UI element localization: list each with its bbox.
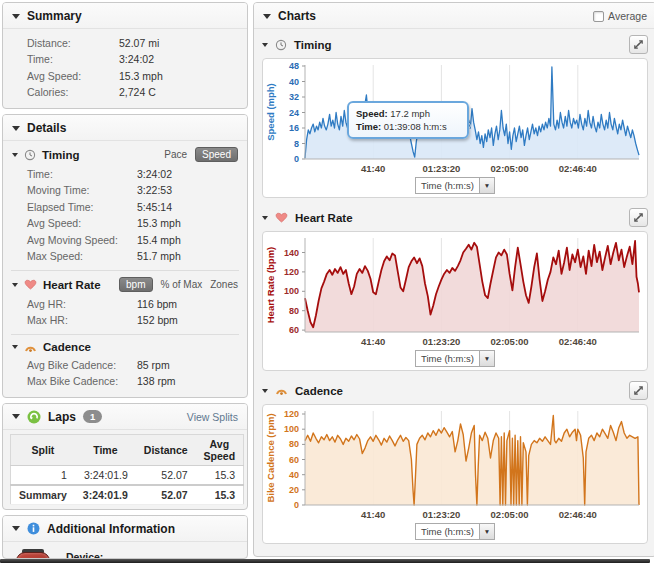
stat-row: Distance: 52.07 mi (3, 35, 247, 52)
view-splits-link[interactable]: View Splits (187, 411, 238, 423)
stat-row: Max Bike Cadence: 138 rpm (3, 374, 247, 397)
svg-text:100: 100 (284, 286, 299, 296)
stat-label: Distance: (27, 37, 119, 51)
left-column: Summary Distance: 52.07 mi Time: 3:24:02… (2, 2, 248, 559)
cell-distance: 52.07 (136, 485, 196, 505)
svg-text:80: 80 (289, 439, 299, 449)
tooltip-label: Time: (356, 121, 381, 132)
stat-value: 138 rpm (137, 375, 176, 389)
svg-text:120: 120 (284, 267, 299, 277)
collapse-triangle-icon[interactable] (12, 283, 18, 287)
stat-value: 3:22:53 (137, 184, 172, 198)
speed-toggle[interactable]: Speed (195, 147, 238, 162)
collapse-triangle-icon[interactable] (262, 216, 268, 220)
heart-icon (275, 212, 288, 223)
column-header[interactable]: Distance (136, 434, 196, 465)
svg-text:60: 60 (289, 455, 299, 465)
svg-text:01:23:20: 01:23:20 (422, 509, 460, 520)
cadence-chart-canvas[interactable]: 02040608010012041:4001:23:2002:05:0002:4… (263, 405, 647, 521)
heart-rate-chart-canvas[interactable]: 608010012014041:4001:23:2002:05:0002:46:… (263, 232, 647, 348)
column-header[interactable]: Avg Speed (196, 434, 244, 465)
svg-text:8: 8 (294, 139, 299, 149)
xaxis-unit-select[interactable]: Time (h:m:s) (415, 177, 480, 194)
laps-header[interactable]: Laps 1 View Splits (3, 404, 247, 430)
timing-chart-header: Timing (254, 29, 654, 58)
svg-text:40: 40 (289, 470, 299, 480)
collapse-triangle-icon[interactable] (262, 43, 268, 47)
column-header[interactable]: Time (75, 434, 136, 465)
average-checkbox[interactable] (593, 11, 604, 22)
xaxis-dropdown-button[interactable] (480, 350, 495, 367)
cell-split: Summary (11, 485, 75, 505)
svg-text:32: 32 (289, 92, 299, 102)
xaxis-dropdown-button[interactable] (480, 523, 495, 540)
pace-toggle[interactable]: Pace (164, 149, 187, 160)
percent-of-max-toggle[interactable]: % of Max (161, 279, 203, 290)
chart-tooltip: Speed: 17.2 mph Time: 01:39:08 h:m:s (347, 101, 469, 139)
charts-header[interactable]: Charts Average (254, 3, 654, 29)
laps-count-badge: 1 (83, 410, 102, 423)
svg-text:24: 24 (289, 108, 299, 118)
collapse-triangle-icon[interactable] (12, 14, 20, 19)
svg-text:20: 20 (289, 485, 299, 495)
xaxis-unit-select[interactable]: Time (h:m:s) (415, 523, 480, 540)
details-header[interactable]: Details (3, 115, 247, 141)
additional-info-header[interactable]: Additional Information (3, 516, 247, 542)
collapse-triangle-icon[interactable] (12, 126, 20, 131)
cadence-gauge-icon (24, 342, 37, 353)
timing-subsection-header: Timing Pace Speed (3, 141, 247, 166)
svg-text:02:46:40: 02:46:40 (559, 336, 597, 347)
panel-title: Details (27, 121, 66, 135)
expand-arrows-icon (633, 212, 644, 223)
stat-label: Time: (27, 53, 119, 67)
stat-value: 52.07 mi (119, 37, 159, 51)
column-header[interactable]: Split (11, 434, 75, 465)
svg-text:01:23:20: 01:23:20 (422, 163, 460, 174)
svg-text:41:40: 41:40 (361, 163, 385, 174)
xaxis-unit-select[interactable]: Time (h:m:s) (415, 350, 480, 367)
collapse-triangle-icon[interactable] (12, 526, 20, 531)
laps-table: Split Time Distance Avg Speed 1 3:24:01.… (10, 434, 244, 505)
svg-text:01:23:20: 01:23:20 (422, 336, 460, 347)
collapse-triangle-icon[interactable] (12, 153, 18, 157)
collapse-triangle-icon[interactable] (262, 389, 268, 393)
svg-text:Bike Cadence (rpm): Bike Cadence (rpm) (265, 413, 276, 502)
expand-chart-button[interactable] (629, 35, 648, 54)
chart-title: Cadence (295, 385, 343, 397)
cell-distance: 52.07 (136, 465, 196, 485)
stat-row: Avg Speed: 15.3 mph (3, 216, 247, 233)
panel-title: Summary (27, 9, 82, 23)
svg-text:02:05:00: 02:05:00 (491, 336, 529, 347)
cell-avg-speed: 15.3 (196, 485, 244, 505)
cadence-chart-box: 02040608010012041:4001:23:2002:05:0002:4… (262, 404, 648, 544)
chart-title: Heart Rate (295, 212, 353, 224)
average-checkbox-label: Average (608, 10, 647, 22)
expand-chart-button[interactable] (629, 208, 648, 227)
cell-time: 3:24:01.9 (75, 465, 136, 485)
clock-icon (275, 39, 287, 51)
tooltip-label: Speed: (356, 108, 388, 119)
cell-avg-speed: 15.3 (196, 465, 244, 485)
svg-text:120: 120 (284, 409, 299, 419)
zones-toggle[interactable]: Zones (210, 279, 238, 290)
page-bottom-border (0, 559, 650, 563)
stat-label: Avg Moving Speed: (27, 234, 137, 248)
panel-title: Charts (278, 9, 316, 23)
collapse-triangle-icon[interactable] (263, 14, 271, 19)
bpm-toggle[interactable]: bpm (119, 277, 152, 292)
collapse-triangle-icon[interactable] (12, 414, 20, 419)
svg-text:0: 0 (294, 500, 299, 510)
subsection-title: Cadence (43, 341, 91, 353)
summary-header[interactable]: Summary (3, 3, 247, 29)
device-image (12, 549, 54, 560)
expand-arrows-icon (633, 385, 644, 396)
subsection-title: Heart Rate (43, 279, 101, 291)
collapse-triangle-icon[interactable] (12, 345, 18, 349)
stat-value: 3:24:02 (119, 53, 154, 67)
stat-value: 3:24:02 (137, 168, 172, 182)
xaxis-dropdown-button[interactable] (480, 177, 495, 194)
stat-value: 15.3 mph (119, 70, 163, 84)
expand-arrows-icon (633, 39, 644, 50)
expand-chart-button[interactable] (629, 381, 648, 400)
table-row[interactable]: 1 3:24:01.9 52.07 15.3 (11, 465, 244, 485)
